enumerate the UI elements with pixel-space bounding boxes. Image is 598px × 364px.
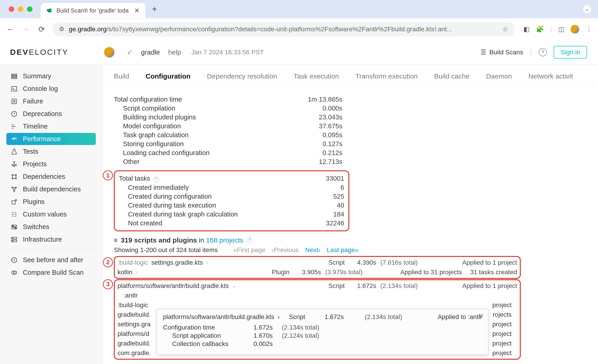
popup-stat-row: Configuration time1.672s(2.134s total) [163,324,482,331]
stat-value: 0.127s [292,140,342,148]
sidebar-item-label: Tests [23,148,38,155]
extensions-menu-icon[interactable]: 🧩 [536,25,544,33]
extension-icon[interactable]: ◧ [523,25,529,33]
script-row[interactable]: :build-logic settings.gradle.kts › Scrip… [116,258,518,267]
scripts-plugins-header: ≡ 319 scripts and plugins in 168 project… [114,236,587,244]
stat-label: Model configuration [114,122,292,130]
user-avatar-icon[interactable] [104,47,115,57]
stat-value: 6 [294,184,344,191]
site-settings-icon[interactable]: ⚙ [59,25,64,33]
subtab-network-activity[interactable]: Network activit [529,73,573,80]
sidebar-item-failure[interactable]: Failure [6,95,96,107]
forward-button: → [22,25,31,33]
sidebar-item-deprecations[interactable]: Deprecations [6,108,96,120]
stat-row: Building included plugins23.043s [114,113,342,122]
sidebar-item-label: Switches [23,223,49,231]
sidebar-item-infrastructure[interactable]: Infrastructure [6,233,96,245]
svg-point-23 [13,238,13,238]
subtab-task-execution[interactable]: Task execution [293,73,339,80]
build-timestamp: Jan 7 2024 16:33:56 PST [191,49,264,56]
main-content: Build Configuration Dependency resolutio… [102,65,598,364]
new-tab-button[interactable]: + [152,4,157,14]
popup-path: platforms/software/antlr/build.gradle.kt… [163,313,280,321]
address-bar[interactable]: ⚙ ge.gradle.org/s/to7sy6yxewnwg/performa… [53,22,515,36]
subtab-configuration[interactable]: Configuration [146,73,191,80]
develocity-logo[interactable]: DEVELOCITY [10,48,68,57]
sidebar-item-custom-values[interactable]: Custom values [6,208,96,220]
stat-row: Storing configuration0.127s [114,139,342,148]
stat-value: 0.000s [292,105,342,112]
gradle-favicon-icon [46,7,53,14]
sidebar-item-switches[interactable]: Switches [6,221,96,233]
last-page-link[interactable]: Last page» [327,246,359,254]
content-area: Total configuration time 1m 13.865s Scri… [102,87,598,364]
minimize-window-icon[interactable] [18,6,23,12]
stat-label: Created during task graph calculation [119,210,294,218]
sidebar-item-console-log[interactable]: Console log [6,83,96,95]
summary-icon [10,73,18,80]
sidebar-item-build-dependencies[interactable]: Build dependencies [6,183,96,195]
stat-label: Building included plugins [114,113,292,121]
sidebar-item-performance[interactable]: Performance [6,133,96,145]
subtab-dependency-resolution[interactable]: Dependency resolution [207,73,277,80]
stat-value: 23.043s [292,113,342,121]
script-detail-popup: ✕ platforms/software/antlr/build.gradle.… [157,309,488,355]
popup-time: 1.672s [324,313,356,321]
list-toggle-icon[interactable]: ≡ [114,237,117,244]
script-name: :antlr [124,292,517,299]
stat-label: Loading cached configuration [114,149,292,157]
browser-menu-icon[interactable]: ⋮ [586,25,592,33]
sidebar: Summary Console log Failure Deprecations… [0,65,102,364]
bookmark-star-icon[interactable]: ☆ [502,25,508,33]
stat-label: Task graph calculation [114,131,292,139]
script-row-expanded[interactable]: platforms/software/antlr/build.gradle.kt… [116,281,518,291]
tabs-dropdown-icon[interactable]: ⌄ [583,5,591,13]
browser-tab[interactable]: Build Scan® for 'gradle' toda ✕ [41,3,146,18]
side-panel-icon[interactable]: ◫ [558,25,564,33]
sidebar-item-plugins[interactable]: Plugins [6,196,96,208]
sidebar-item-dependencies[interactable]: Dependencies [6,170,96,183]
subtab-build-cache[interactable]: Build cache [434,73,470,80]
help-icon[interactable]: ? [153,177,159,182]
build-scans-link[interactable]: ☰ Build Scans [481,49,523,56]
svg-point-6 [14,162,15,162]
sidebar-item-summary[interactable]: Summary [6,70,96,82]
popup-header-row: platforms/software/antlr/build.gradle.kt… [163,313,482,321]
sidebar-item-projects[interactable]: Projects [6,158,96,170]
sidebar-item-label: Custom values [23,210,67,218]
script-row[interactable]: kotlin › Plugin 3.905s (3.979s total) Ap… [116,267,518,277]
stat-value: 0.212s [292,149,342,157]
script-name: :build-logicproject [117,301,513,309]
subtab-build[interactable]: Build [114,73,129,80]
close-tab-icon[interactable]: ✕ [134,7,140,14]
build-deps-icon [10,186,18,193]
subtab-daemon[interactable]: Daemon [486,73,512,80]
script-applied: Applied to 1 project [435,259,517,266]
stat-row: Created during configuration525 [119,192,344,201]
stat-value: 37.675s [292,122,342,130]
close-popup-icon[interactable]: ✕ [478,312,484,320]
script-sub-row[interactable]: :antlr [116,291,518,300]
svg-rect-2 [12,77,17,79]
prev-page-link: ‹Previous [272,246,299,254]
sidebar-item-tests[interactable]: Tests [6,146,96,158]
list-icon: ☰ [481,49,486,56]
script-total: (2.134s total) [380,282,431,290]
subtab-transform-execution[interactable]: Transform execution [356,73,418,80]
stat-row: Created during task execution40 [119,201,344,210]
sign-in-button[interactable]: Sign in [554,46,587,59]
profile-avatar-icon[interactable] [571,25,579,33]
sidebar-item-timeline[interactable]: Timeline [6,120,96,132]
script-row-partial[interactable]: :build-logicproject [116,300,514,310]
close-window-icon[interactable] [9,6,14,12]
sidebar-item-before-after[interactable]: See before and after [6,254,96,266]
help-icon[interactable]: ? [247,237,253,243]
sidebar-item-compare[interactable]: Compare Build Scan [6,267,96,279]
next-page-link[interactable]: Next› [305,246,321,254]
help-icon[interactable]: ? [539,48,547,57]
projects-link[interactable]: 168 projects [206,236,243,244]
maximize-window-icon[interactable] [27,6,33,12]
reload-button[interactable]: ⟳ [37,25,46,34]
dependencies-icon [10,173,18,180]
back-button[interactable]: ← [6,25,15,33]
